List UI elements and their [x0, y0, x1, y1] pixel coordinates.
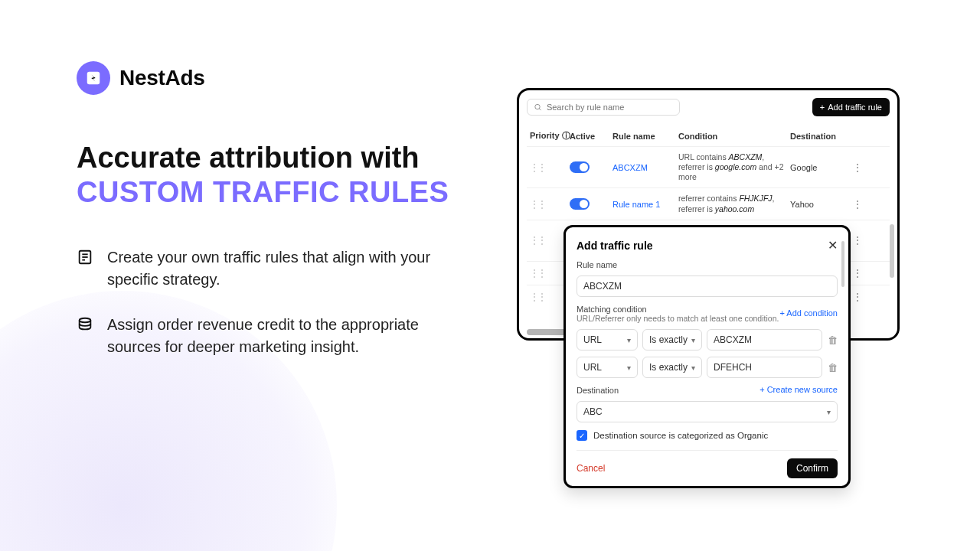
condition-operator-select[interactable]: Is exactly▾: [642, 357, 702, 378]
condition-cell: URL contains ABCXZM, referrer is google.…: [678, 152, 786, 182]
table-row: ⋮⋮ Rule name 1 referrer contains FHJKJFJ…: [527, 187, 890, 219]
destination-cell: Yahoo: [790, 200, 844, 209]
document-icon: [77, 249, 93, 266]
condition-cell: referrer contains FHJKJFJ, referrer is y…: [678, 194, 786, 214]
row-menu-icon[interactable]: ⋮: [848, 291, 867, 303]
col-condition: Condition: [678, 132, 786, 141]
rule-name-link[interactable]: Rule name 1: [612, 200, 674, 209]
confirm-button[interactable]: Confirm: [787, 458, 838, 478]
feature-item: Assign order revenue credit to the appro…: [77, 314, 459, 358]
rule-name-label: Rule name: [577, 260, 838, 269]
drag-handle-icon[interactable]: ⋮⋮: [530, 199, 565, 210]
feature-item: Create your own traffic rules that align…: [77, 246, 459, 291]
add-condition-link[interactable]: + Add condition: [779, 308, 838, 318]
cancel-button[interactable]: Cancel: [577, 463, 605, 474]
close-icon[interactable]: ✕: [828, 238, 838, 253]
add-traffic-rule-button[interactable]: + Add traffic rule: [812, 98, 890, 116]
col-active: Active: [570, 132, 608, 141]
headline-line-1: Accurate attribution with: [77, 142, 475, 175]
search-icon: [534, 103, 542, 112]
condition-row: URL▾ Is exactly▾ DFEHCH 🗑: [577, 357, 838, 378]
brand-logo: NestAds: [77, 61, 205, 95]
chevron-down-icon: ▾: [627, 364, 631, 372]
condition-value-input[interactable]: DFEHCH: [707, 357, 822, 378]
coins-icon: [77, 316, 93, 333]
help-icon[interactable]: ⓘ: [562, 131, 570, 140]
headline: Accurate attribution with CUSTOM TRAFFIC…: [77, 142, 475, 210]
col-priority: Priorityⓘ: [530, 130, 565, 142]
drag-handle-icon[interactable]: ⋮⋮: [530, 235, 565, 246]
active-toggle[interactable]: [570, 198, 590, 210]
drag-handle-icon[interactable]: ⋮⋮: [530, 162, 565, 173]
search-input-wrap[interactable]: [527, 99, 680, 116]
row-menu-icon[interactable]: ⋮: [848, 234, 867, 246]
create-new-source-link[interactable]: + Create new source: [760, 385, 838, 394]
add-traffic-rule-modal: Add traffic rule ✕ Rule name ABCXZM Matc…: [564, 225, 851, 488]
checkbox-checked-icon[interactable]: ✓: [577, 430, 587, 441]
chevron-down-icon: ▾: [627, 336, 631, 344]
modal-scrollbar[interactable]: [841, 241, 844, 287]
modal-title: Add traffic rule: [577, 240, 653, 252]
active-toggle[interactable]: [570, 161, 590, 173]
rule-name-input[interactable]: ABCXZM: [577, 276, 838, 297]
condition-value-input[interactable]: ABCXZM: [707, 329, 822, 350]
col-destination: Destination: [790, 132, 844, 141]
svg-point-5: [80, 318, 91, 323]
rule-name-link[interactable]: ABCXZM: [612, 163, 674, 172]
destination-label: Destination: [577, 386, 619, 395]
row-menu-icon[interactable]: ⋮: [848, 198, 867, 210]
feature-text: Create your own traffic rules that align…: [107, 246, 459, 291]
feature-text: Assign order revenue credit to the appro…: [107, 314, 459, 358]
drag-handle-icon[interactable]: ⋮⋮: [530, 268, 565, 279]
chevron-down-icon: ▾: [691, 364, 695, 372]
table-toolbar: + Add traffic rule: [527, 98, 890, 116]
headline-line-2: CUSTOM TRAFFIC RULES: [77, 175, 475, 210]
search-input[interactable]: [547, 103, 673, 112]
condition-field-select[interactable]: URL▾: [577, 357, 638, 378]
col-rule-name: Rule name: [612, 132, 674, 141]
condition-field-select[interactable]: URL▾: [577, 329, 638, 350]
row-menu-icon[interactable]: ⋮: [848, 161, 867, 174]
destination-cell: Google: [790, 163, 844, 172]
vertical-scrollbar[interactable]: [890, 224, 894, 278]
plus-icon: +: [820, 103, 825, 112]
matching-condition-sublabel: URL/Referrer only needs to match at leas…: [577, 314, 779, 323]
matching-condition-label: Matching condition: [577, 305, 779, 314]
condition-row: URL▾ Is exactly▾ ABCXZM 🗑: [577, 329, 838, 350]
destination-select[interactable]: ABC▾: [577, 401, 838, 422]
trash-icon[interactable]: 🗑: [827, 334, 838, 346]
svg-point-6: [535, 104, 540, 109]
feature-list: Create your own traffic rules that align…: [77, 246, 459, 358]
chevron-down-icon: ▾: [827, 408, 831, 416]
table-header: Priorityⓘ Active Rule name Condition Des…: [527, 124, 890, 146]
condition-operator-select[interactable]: Is exactly▾: [642, 329, 702, 350]
chevron-down-icon: ▾: [691, 336, 695, 344]
organic-checkbox-row[interactable]: ✓ Destination source is categorized as O…: [577, 430, 838, 441]
brand-name: NestAds: [119, 66, 205, 90]
trash-icon[interactable]: 🗑: [827, 362, 838, 373]
organic-checkbox-label: Destination source is categorized as Org…: [593, 431, 768, 440]
drag-handle-icon[interactable]: ⋮⋮: [530, 292, 565, 302]
row-menu-icon[interactable]: ⋮: [848, 267, 867, 279]
svg-line-7: [539, 109, 541, 110]
brand-logo-icon: [77, 61, 110, 95]
table-row: ⋮⋮ ABCXZM URL contains ABCXZM, referrer …: [527, 146, 890, 187]
add-rule-label: Add traffic rule: [828, 103, 882, 112]
